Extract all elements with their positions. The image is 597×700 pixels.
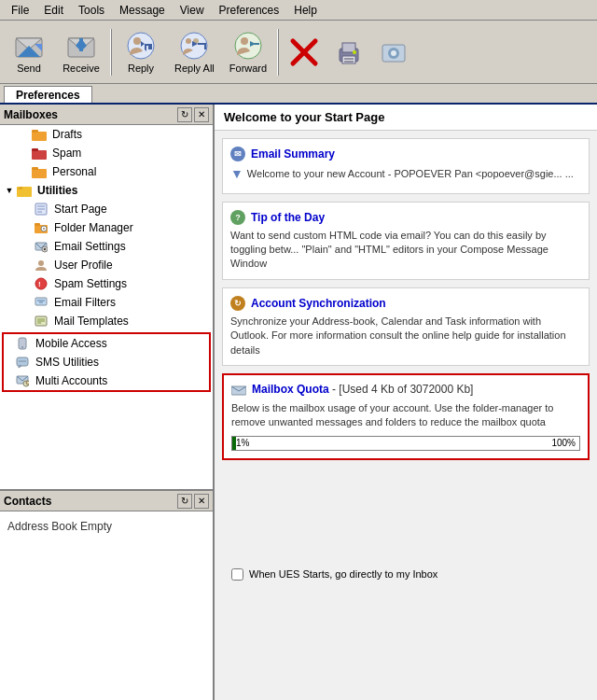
forward-button[interactable]: Forward [223, 24, 273, 80]
svg-point-16 [235, 33, 261, 59]
menu-file[interactable]: File [4, 2, 36, 19]
tree-item-mobile-access[interactable]: Mobile Access [4, 334, 209, 353]
print-button[interactable] [327, 24, 370, 80]
mailboxes-header: Mailboxes ↻ ✕ [0, 105, 213, 125]
tree-item-drafts[interactable]: Drafts [0, 125, 213, 144]
start-page-icon [34, 202, 49, 217]
svg-rect-32 [32, 150, 47, 160]
menu-message[interactable]: Message [112, 2, 173, 19]
tree-item-utilities[interactable]: ▼ Utilities [0, 181, 213, 200]
tree-label-mobile-access: Mobile Access [35, 337, 107, 350]
multi-accounts-icon [15, 373, 30, 388]
receive-button[interactable]: Receive [56, 24, 106, 80]
mailboxes-tree[interactable]: Drafts Spam Personal ▼ [0, 125, 213, 489]
svg-point-67 [26, 381, 29, 385]
contacts-close-btn[interactable]: ✕ [194, 494, 209, 509]
address-book-empty: Address Book Empty [0, 511, 213, 541]
sms-utilities-icon [15, 355, 30, 370]
tree-item-spam-settings[interactable]: ! Spam Settings [0, 274, 213, 293]
contacts-refresh-btn[interactable]: ↻ [177, 494, 192, 509]
tree-label-email-filters: Email Filters [54, 296, 116, 309]
svg-point-17 [241, 37, 248, 45]
forward-icon [233, 31, 263, 61]
toolbar-sep-1 [110, 29, 112, 76]
send-button[interactable]: Send [4, 24, 54, 80]
reply-icon [126, 31, 156, 61]
menu-help[interactable]: Help [286, 2, 325, 19]
highlighted-utilities-group: Mobile Access SMS Utilities Multi Accoun… [2, 332, 211, 392]
tab-bar: Preferences [0, 84, 597, 105]
quota-title-text: Mailbox Quota - [Used 4 Kb of 3072000 Kb… [252, 383, 473, 396]
tree-item-sms-utilities[interactable]: SMS Utilities [4, 353, 209, 371]
tree-item-start-page[interactable]: Start Page [0, 200, 213, 218]
tree-label-email-settings: Email Settings [54, 240, 126, 253]
folder-icon [32, 127, 47, 142]
svg-rect-53 [35, 298, 47, 305]
tree-item-email-filters[interactable]: Email Filters [0, 293, 213, 312]
tip-of-day-section: ? Tip of the Day Want to send custom HTM… [222, 202, 590, 280]
tree-label-multi-accounts: Multi Accounts [35, 374, 107, 387]
svg-rect-25 [344, 61, 354, 63]
utilities-folder-icon [17, 183, 32, 198]
svg-rect-31 [32, 130, 38, 133]
svg-text:!: ! [38, 280, 41, 288]
quota-progress-bar: 1% 100% [231, 436, 580, 451]
svg-point-50 [38, 260, 44, 266]
tree-item-email-settings[interactable]: Email Settings [0, 237, 213, 256]
user-profile-icon [34, 258, 49, 273]
tree-label-drafts: Drafts [52, 128, 82, 141]
quota-title: Mailbox Quota - [Used 4 Kb of 3072000 Kb… [231, 383, 580, 396]
tree-item-folder-manager[interactable]: Folder Manager [0, 218, 213, 237]
tab-preferences[interactable]: Preferences [4, 86, 92, 103]
quota-label-right: 100% [551, 438, 576, 448]
tree-item-spam[interactable]: Spam [0, 144, 213, 162]
mailbox-quota-box: Mailbox Quota - [Used 4 Kb of 3072000 Kb… [222, 373, 590, 460]
reply-all-icon [179, 31, 209, 61]
delete-button[interactable] [283, 24, 326, 80]
mailboxes-title: Mailboxes [4, 108, 58, 121]
svg-point-13 [186, 38, 191, 44]
svg-rect-35 [32, 167, 38, 170]
reply-button[interactable]: Reply [116, 24, 166, 80]
main-layout: Mailboxes ↻ ✕ Drafts Spam [0, 105, 597, 700]
menu-tools[interactable]: Tools [71, 2, 112, 19]
svg-rect-34 [32, 169, 47, 178]
menu-edit[interactable]: Edit [36, 2, 71, 19]
other-button[interactable] [372, 24, 415, 80]
svg-point-61 [21, 346, 23, 348]
svg-rect-24 [344, 58, 354, 60]
contacts-header: Contacts ↻ ✕ [0, 491, 213, 511]
content-area[interactable]: ✉ Email Summary ▼ Welcome to your new Ac… [215, 131, 597, 700]
reply-all-button[interactable]: Reply All [168, 24, 221, 80]
other-icon [379, 37, 409, 67]
tree-item-personal[interactable]: Personal [0, 162, 213, 181]
email-summary-title: ✉ Email Summary [230, 147, 581, 161]
tree-label-start-page: Start Page [54, 203, 107, 216]
email-settings-icon [34, 239, 49, 254]
account-sync-text: Synchronize your Address-book, Calendar … [230, 315, 581, 357]
menu-view[interactable]: View [173, 2, 212, 19]
email-filters-icon [34, 295, 49, 310]
tree-item-user-profile[interactable]: User Profile [0, 256, 213, 274]
tree-label-sms-utilities: SMS Utilities [35, 356, 99, 369]
tip-icon: ? [230, 210, 245, 225]
contacts-title: Contacts [4, 495, 51, 508]
svg-rect-42 [35, 223, 40, 226]
tree-item-mail-templates[interactable]: Mail Templates [0, 312, 213, 330]
tip-of-day-title: ? Tip of the Day [230, 210, 581, 225]
contacts-controls: ↻ ✕ [177, 494, 209, 509]
startup-checkbox[interactable] [231, 568, 243, 581]
startup-checkbox-label[interactable]: When UES Starts, go directly to my Inbox [249, 568, 437, 580]
tree-item-multi-accounts[interactable]: Multi Accounts [4, 371, 209, 390]
welcome-title: Welcome to your Start Page [215, 105, 597, 131]
right-panel: Welcome to your Start Page ✉ Email Summa… [215, 105, 597, 700]
account-sync-section: ↻ Account Synchronization Synchronize yo… [222, 287, 590, 366]
mailboxes-close-btn[interactable]: ✕ [194, 107, 209, 122]
content-spacer [222, 468, 590, 561]
quota-text: Below is the mailbox usage of your accou… [231, 401, 580, 430]
toolbar-sep-2 [277, 29, 279, 76]
mailboxes-refresh-btn[interactable]: ↻ [177, 107, 192, 122]
tree-label-mail-templates: Mail Templates [54, 315, 129, 328]
spam-folder-icon [32, 146, 47, 161]
menu-preferences[interactable]: Preferences [212, 2, 287, 19]
